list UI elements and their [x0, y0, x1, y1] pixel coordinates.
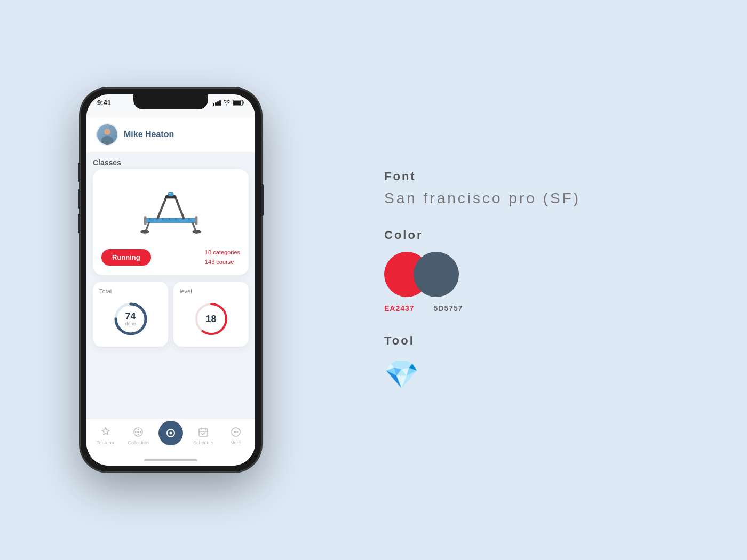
classes-label: Classes [93, 158, 249, 167]
svg-point-26 [137, 431, 139, 433]
svg-rect-4 [195, 216, 198, 225]
total-value: 74 [125, 311, 136, 321]
color-block: Color EA2437 5D5757 [384, 228, 704, 313]
status-icons [213, 100, 244, 106]
svg-point-27 [138, 429, 139, 430]
level-circle: 18 [193, 300, 230, 338]
nav-collection-label: Collection [128, 440, 149, 445]
total-circle: 74 done [112, 300, 149, 338]
info-section: Font San francisco pro (SF) Color EA2437… [341, 138, 747, 423]
app-header: Mike Heaton [86, 118, 255, 152]
svg-line-17 [175, 197, 184, 219]
svg-rect-7 [162, 218, 164, 219]
card-stats: 10 categories 143 course [205, 248, 240, 267]
nav-more-label: More [230, 440, 241, 445]
color-circles [384, 251, 491, 299]
status-time: 9:41 [97, 99, 111, 107]
svg-rect-1 [233, 101, 241, 105]
nav-home[interactable] [155, 426, 187, 445]
total-sub: done [125, 321, 136, 326]
tool-block: Tool 💎 [384, 334, 704, 391]
nav-featured[interactable]: Featured [90, 426, 122, 445]
total-number: 74 done [125, 311, 136, 326]
svg-line-16 [158, 197, 166, 219]
color-title: Color [384, 228, 704, 242]
svg-point-15 [193, 230, 201, 234]
color-blue-label: 5D5757 [434, 304, 463, 313]
bottom-nav: Featured [86, 419, 255, 455]
phone-device: 9:41 [80, 88, 261, 472]
star-icon [99, 426, 112, 438]
level-label: level [180, 288, 242, 294]
app-scroll[interactable]: Classes [86, 152, 255, 419]
collection-icon [132, 426, 145, 438]
svg-rect-5 [149, 218, 150, 219]
svg-point-28 [138, 434, 139, 436]
avatar [96, 123, 118, 146]
running-card[interactable]: Running 10 categories 143 course [93, 169, 249, 275]
color-red-label: EA2437 [384, 304, 415, 313]
nav-schedule-label: Schedule [193, 440, 213, 445]
classes-section: Classes [93, 158, 249, 275]
phone-screen: 9:41 [86, 94, 255, 466]
more-icon [229, 426, 242, 438]
running-button[interactable]: Running [101, 249, 151, 266]
calendar-icon [197, 426, 210, 438]
home-line [144, 459, 197, 461]
categories-text: 10 categories [205, 248, 240, 258]
treadmill-image [101, 178, 240, 242]
home-center-icon [165, 427, 177, 439]
nav-collection[interactable]: Collection [122, 426, 155, 445]
level-circle-wrap: 18 [180, 298, 242, 340]
level-number: 18 [205, 314, 216, 324]
course-text: 143 course [205, 258, 240, 267]
svg-point-29 [135, 431, 137, 433]
total-circle-wrap: 74 done [99, 298, 162, 340]
battery-icon [233, 100, 244, 106]
svg-rect-33 [199, 429, 208, 436]
svg-point-37 [236, 431, 237, 433]
home-indicator [86, 455, 255, 466]
svg-rect-20 [169, 193, 171, 194]
svg-rect-3 [144, 216, 147, 225]
home-center-button[interactable] [158, 421, 183, 445]
status-bar: 9:41 [86, 94, 255, 107]
nav-more[interactable]: More [219, 426, 252, 445]
svg-point-14 [140, 230, 149, 234]
card-footer: Running 10 categories 143 course [101, 248, 240, 267]
svg-rect-11 [188, 218, 190, 219]
nav-schedule[interactable]: Schedule [187, 426, 219, 445]
total-label: Total [99, 288, 162, 294]
svg-point-32 [169, 431, 172, 434]
level-card: level 18 [173, 282, 249, 347]
svg-rect-8 [169, 218, 170, 219]
color-labels: EA2437 5D5757 [384, 304, 704, 313]
phone-mockup-section: 9:41 [0, 0, 341, 560]
phone-content: Classes [86, 152, 255, 466]
svg-point-35 [233, 431, 234, 433]
user-name: Mike Heaton [124, 130, 174, 139]
font-block: Font San francisco pro (SF) [384, 170, 704, 207]
tool-title: Tool [384, 334, 704, 348]
signal-icon [213, 100, 221, 106]
color-blue-circle [414, 252, 459, 297]
svg-point-36 [235, 431, 236, 433]
svg-rect-9 [175, 218, 177, 219]
stats-row: Total 74 done [93, 282, 249, 347]
font-title: Font [384, 170, 704, 183]
notch-area: 9:41 [86, 94, 255, 118]
sketch-icon: 💎 [384, 358, 419, 391]
nav-featured-label: Featured [96, 440, 115, 445]
total-card: Total 74 done [93, 282, 168, 347]
wifi-icon [223, 100, 231, 106]
treadmill-icon [136, 183, 205, 236]
font-value: San francisco pro (SF) [384, 190, 704, 207]
level-value: 18 [205, 314, 216, 324]
avatar-image [97, 124, 117, 145]
svg-point-30 [140, 431, 142, 433]
